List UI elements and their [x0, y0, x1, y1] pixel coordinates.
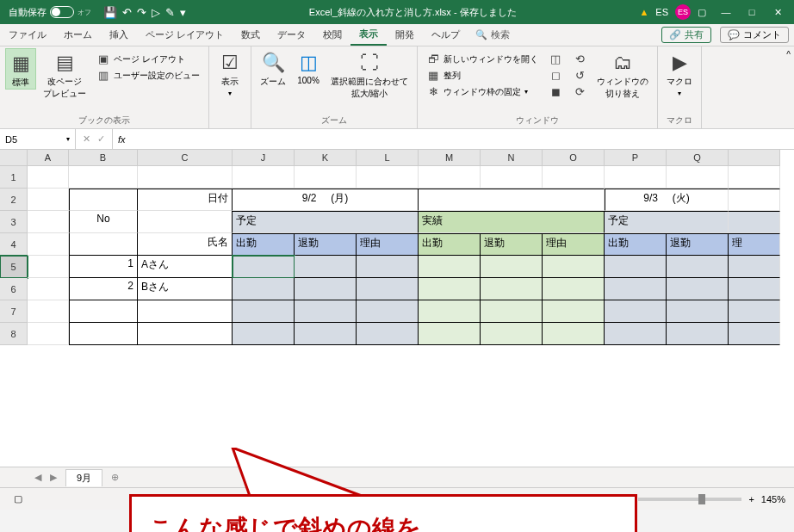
autosave-toggle[interactable]: 自動保存 オフ: [3, 6, 96, 19]
cell[interactable]: 出勤: [605, 233, 667, 256]
row-header[interactable]: 5: [0, 256, 28, 278]
cancel-icon[interactable]: ✕: [83, 133, 90, 145]
pointer-icon[interactable]: ▷: [152, 6, 160, 19]
col-header[interactable]: K: [295, 150, 357, 166]
cell[interactable]: 実績: [419, 211, 605, 233]
switch-window-button[interactable]: 🗂ウィンドウの 切り替え: [593, 48, 652, 100]
col-header[interactable]: B: [69, 150, 138, 166]
show-button[interactable]: ☑表示▾: [214, 48, 245, 97]
share-button[interactable]: 🔗共有: [661, 27, 711, 43]
row-header[interactable]: 8: [0, 323, 28, 345]
new-window-button[interactable]: 🗗新しいウィンドウを開く: [423, 52, 542, 66]
cell[interactable]: 退勤: [667, 233, 729, 256]
cell[interactable]: 退勤: [481, 233, 543, 256]
tab-insert[interactable]: 挿入: [101, 24, 137, 46]
close-button[interactable]: ✕: [765, 7, 791, 18]
record-macro-icon[interactable]: ▢: [14, 493, 22, 504]
search-box[interactable]: 🔍検索: [468, 28, 517, 41]
tab-pagelayout[interactable]: ページ レイアウト: [137, 24, 233, 46]
cell[interactable]: 予定: [605, 211, 729, 233]
cell[interactable]: 出勤: [419, 233, 481, 256]
cell[interactable]: No: [69, 211, 138, 233]
tab-view[interactable]: 表示: [350, 24, 387, 46]
hide-button[interactable]: ◻: [545, 68, 566, 83]
zoom-level[interactable]: 145%: [761, 494, 785, 504]
tab-home[interactable]: ホーム: [55, 24, 101, 46]
reset-button[interactable]: ↺: [569, 68, 590, 83]
cell[interactable]: 2: [69, 278, 138, 300]
col-header[interactable]: N: [481, 150, 543, 166]
cell[interactable]: 日付: [138, 189, 233, 211]
tab-developer[interactable]: 開発: [387, 24, 423, 46]
row-header[interactable]: 2: [0, 189, 28, 211]
user-avatar[interactable]: ES: [675, 4, 691, 20]
zoom-button[interactable]: 🔍ズーム: [257, 48, 289, 88]
col-header[interactable]: C: [138, 150, 233, 166]
ribbon-display-icon[interactable]: ▢: [698, 7, 706, 18]
sheet-tab[interactable]: 9月: [65, 469, 102, 486]
cell[interactable]: 出勤: [233, 233, 295, 256]
row-header[interactable]: 7: [0, 300, 28, 323]
col-header[interactable]: Q: [667, 150, 729, 166]
tab-nav-next-icon[interactable]: ▶: [50, 472, 57, 483]
freeze-icon: ❄: [426, 85, 440, 98]
save-icon[interactable]: 💾: [103, 6, 117, 19]
row-header[interactable]: 6: [0, 278, 28, 300]
custom-view-button[interactable]: ▥ユーザー設定のビュー: [93, 68, 203, 83]
cell[interactable]: 氏名: [138, 233, 233, 256]
cell[interactable]: Aさん: [138, 256, 233, 278]
col-header[interactable]: J: [233, 150, 295, 166]
more-button[interactable]: ⟳: [569, 84, 590, 99]
cell[interactable]: 理由: [357, 233, 419, 256]
col-header[interactable]: M: [419, 150, 481, 166]
pagebreak-button[interactable]: ▤改ページ プレビュー: [40, 48, 90, 100]
add-sheet-icon[interactable]: ⊕: [111, 472, 119, 483]
zoom-slider[interactable]: [638, 498, 741, 501]
touch-icon[interactable]: ✎: [165, 6, 175, 19]
col-header[interactable]: L: [357, 150, 419, 166]
row-header[interactable]: 1: [0, 166, 28, 189]
cell[interactable]: 1: [69, 256, 138, 278]
collapse-ribbon-icon[interactable]: ^: [786, 50, 791, 59]
cell[interactable]: 理由: [543, 233, 605, 256]
col-header[interactable]: O: [543, 150, 605, 166]
row-header[interactable]: 4: [0, 233, 28, 256]
cell[interactable]: 理: [729, 233, 780, 256]
maximize-button[interactable]: □: [739, 7, 765, 18]
normal-view-button[interactable]: ▦標準: [5, 48, 36, 90]
col-header[interactable]: A: [28, 150, 69, 166]
name-box[interactable]: D5▾: [0, 129, 76, 149]
cell[interactable]: 退勤: [295, 233, 357, 256]
pagelayout-view-button[interactable]: ▣ページ レイアウト: [93, 52, 203, 66]
sync-button[interactable]: ⟲: [569, 52, 590, 66]
cell[interactable]: 予定: [233, 211, 419, 233]
split-button[interactable]: ◫: [545, 52, 566, 66]
tab-file[interactable]: ファイル: [0, 24, 55, 46]
row-header[interactable]: 3: [0, 211, 28, 233]
tab-help[interactable]: ヘルプ: [423, 24, 468, 46]
tab-nav-prev-icon[interactable]: ◀: [34, 472, 41, 483]
col-header[interactable]: P: [605, 150, 667, 166]
minimize-button[interactable]: —: [713, 7, 739, 18]
col-header[interactable]: [729, 150, 780, 166]
fx-icon[interactable]: fx: [113, 134, 131, 145]
arrange-button[interactable]: ▦整列: [423, 68, 542, 83]
freeze-button[interactable]: ❄ウィンドウ枠の固定 ▾: [423, 84, 542, 99]
zoom-fit-button[interactable]: ⛶選択範囲に合わせて 拡大/縮小: [327, 48, 412, 100]
selected-cell[interactable]: [233, 256, 295, 278]
worksheet[interactable]: A B C J K L M N O P Q 1 2 日付 9/2 (月) 9/3…: [0, 150, 794, 467]
tab-review[interactable]: 校閲: [314, 24, 350, 46]
zoom-in-icon[interactable]: +: [748, 494, 754, 504]
unhide-button[interactable]: ◼: [545, 84, 566, 99]
comment-button[interactable]: 💬コメント: [720, 27, 789, 43]
enter-icon[interactable]: ✓: [97, 133, 105, 145]
redo-icon[interactable]: ↷: [137, 6, 146, 19]
tab-data[interactable]: データ: [269, 24, 314, 46]
undo-icon[interactable]: ↶: [122, 6, 132, 19]
tab-formulas[interactable]: 数式: [233, 24, 269, 46]
qat-dropdown-icon[interactable]: ▾: [180, 6, 186, 19]
select-all-corner[interactable]: [0, 150, 28, 166]
macro-button[interactable]: ▶マクロ▾: [663, 48, 696, 97]
zoom-100-button[interactable]: ◫100%: [293, 48, 324, 85]
cell[interactable]: Bさん: [138, 278, 233, 300]
